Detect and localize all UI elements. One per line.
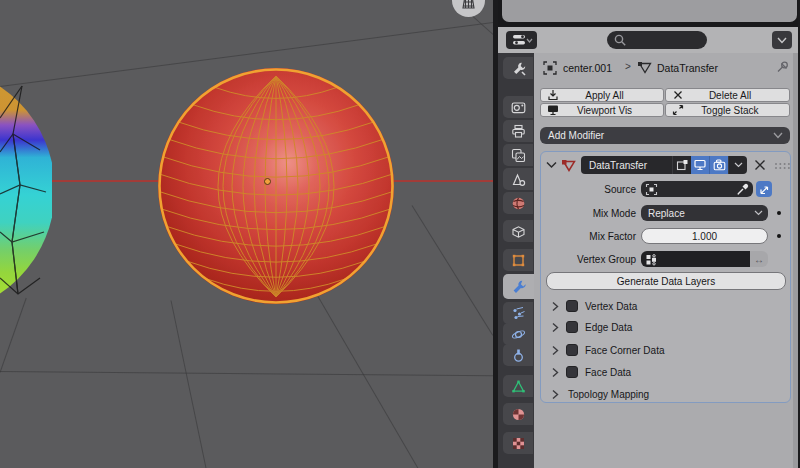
target-sphere[interactable] [158, 68, 394, 304]
animate-decorator[interactable] [777, 211, 781, 215]
section-face-corner-data[interactable]: Face Corner Data [585, 345, 664, 356]
section-topology-mapping[interactable]: Topology Mapping [568, 389, 649, 400]
tool-icon [511, 61, 526, 76]
viewport-vis-button[interactable]: Viewport Vis [540, 103, 664, 117]
panel-expand-chevron[interactable] [546, 161, 557, 169]
mix-factor-label: Mix Factor [540, 231, 636, 242]
scene-icon [511, 172, 526, 187]
tab-material[interactable] [503, 403, 533, 425]
toggle-stack-label: Toggle Stack [685, 105, 789, 116]
animate-decorator[interactable] [777, 234, 781, 238]
vertex-data-checkbox[interactable] [566, 300, 578, 312]
object-data-icon [511, 379, 526, 394]
delete-all-label: Delete All [685, 90, 789, 101]
delete-all-button[interactable]: Delete All [665, 88, 790, 102]
breadcrumb-object[interactable]: center.001 [563, 62, 612, 74]
chevron-down-icon [734, 162, 743, 168]
perspective-toggle-button[interactable] [452, 0, 485, 17]
breadcrumb-separator: > [625, 61, 631, 72]
source-transform-toggle[interactable] [756, 181, 772, 197]
section-chevron-icon[interactable] [552, 389, 559, 400]
section-chevron-icon[interactable] [552, 301, 559, 312]
source-object-field[interactable] [641, 181, 753, 197]
outliner-bottom-strip [498, 0, 800, 27]
object-properties-icon [511, 253, 526, 268]
section-chevron-icon[interactable] [552, 322, 559, 333]
grid-icon [452, 0, 485, 17]
viewport-vis-label: Viewport Vis [560, 105, 663, 116]
chevron-down-icon [777, 37, 787, 44]
3d-viewport[interactable] [0, 0, 493, 468]
tab-particles[interactable] [503, 302, 533, 324]
tab-scene[interactable] [503, 168, 533, 190]
section-vertex-data[interactable]: Vertex Data [585, 301, 637, 312]
mix-mode-dropdown[interactable]: Replace [641, 205, 768, 221]
search-icon [613, 33, 629, 47]
chevron-down-icon [527, 39, 532, 42]
edit-mode-display-toggle[interactable] [672, 156, 691, 174]
apply-all-label: Apply All [560, 90, 663, 101]
edge-data-checkbox[interactable] [566, 321, 578, 333]
tab-physics[interactable] [503, 323, 533, 345]
blender-window: { "viewport": { "target_object": "red UV… [0, 0, 800, 468]
expand-arrows-icon [670, 104, 685, 116]
section-chevron-icon[interactable] [552, 367, 559, 378]
toggle-stack-button[interactable]: Toggle Stack [665, 103, 790, 117]
texture-icon [511, 436, 526, 451]
tab-constraints[interactable] [503, 344, 533, 366]
tab-modifiers[interactable] [503, 274, 534, 299]
grid-line [0, 298, 27, 373]
particles-icon [511, 306, 526, 321]
tab-texture[interactable] [503, 432, 533, 454]
render-display-toggle[interactable] [709, 156, 728, 174]
modifier-extras-menu[interactable] [728, 156, 747, 174]
add-modifier-dropdown[interactable]: Add Modifier [540, 127, 790, 144]
pin-icon[interactable] [775, 60, 790, 75]
outliner-empty-area[interactable] [502, 0, 797, 22]
world-icon [511, 196, 526, 211]
section-edge-data[interactable]: Edge Data [585, 322, 632, 333]
tab-view-layer[interactable] [503, 144, 533, 166]
monitor-icon [545, 104, 560, 116]
object-icon [542, 60, 558, 76]
editor-type-button[interactable] [506, 31, 537, 49]
camera-icon [713, 159, 726, 171]
mix-mode-value: Replace [648, 208, 754, 219]
add-modifier-label: Add Modifier [548, 130, 773, 141]
tab-collection[interactable] [503, 220, 533, 242]
header-menu-button[interactable] [772, 31, 792, 49]
axis-icon [759, 184, 770, 195]
invert-vertex-group-button[interactable]: ↔ [750, 251, 768, 267]
apply-all-button[interactable]: Apply All [540, 88, 664, 102]
generate-data-layers-button[interactable]: Generate Data Layers [546, 272, 786, 290]
vertex-group-row: ↔ [641, 251, 768, 267]
wrench-icon [511, 279, 526, 294]
viewport-display-toggle[interactable] [691, 156, 709, 174]
tab-render[interactable] [503, 96, 533, 118]
drag-handle-dots[interactable] [774, 162, 791, 170]
collection-box-icon [511, 224, 526, 239]
generate-data-layers-label: Generate Data Layers [617, 276, 715, 287]
face-corner-data-checkbox[interactable] [566, 344, 578, 356]
source-sphere[interactable] [0, 72, 52, 308]
cage-icon [676, 159, 688, 171]
mix-factor-field[interactable]: 1.000 [641, 228, 768, 244]
section-chevron-icon[interactable] [552, 345, 559, 356]
face-data-checkbox[interactable] [566, 366, 578, 378]
modifier-header-cluster: DataTransfer [581, 156, 747, 174]
grid-line [318, 296, 419, 468]
tab-world[interactable] [503, 192, 533, 214]
eyedropper-icon[interactable] [736, 183, 749, 196]
tab-tool[interactable] [503, 57, 533, 79]
vertex-group-field[interactable] [641, 251, 750, 267]
section-face-data[interactable]: Face Data [585, 367, 631, 378]
tab-object[interactable] [503, 249, 533, 271]
search-input[interactable] [607, 31, 707, 49]
tab-output[interactable] [503, 120, 533, 142]
tab-object-data[interactable] [503, 375, 533, 397]
properties-editor-icon [511, 33, 533, 47]
modifier-name-field[interactable]: DataTransfer [581, 156, 672, 174]
modifier-close-button[interactable] [754, 159, 766, 171]
properties-header [498, 27, 800, 53]
breadcrumb-modifier[interactable]: DataTransfer [657, 62, 718, 74]
